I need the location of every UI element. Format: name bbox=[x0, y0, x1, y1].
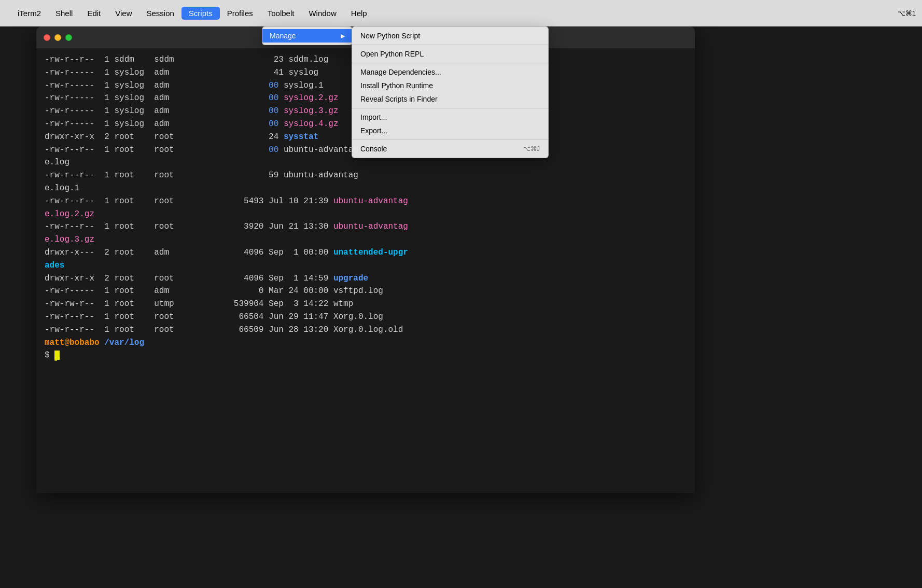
close-button[interactable] bbox=[44, 34, 50, 41]
minimize-button[interactable] bbox=[54, 34, 61, 41]
open-python-repl-item[interactable]: Open Python REPL bbox=[352, 47, 548, 61]
menubar-view[interactable]: View bbox=[108, 7, 139, 20]
manage-submenu: New Python Script Open Python REPL Manag… bbox=[352, 26, 549, 158]
term-line: -rw-r--r-- 1 root root 3920 Jun 21 13:30… bbox=[45, 220, 687, 233]
menubar-iterm2[interactable]: iTerm2 bbox=[10, 7, 48, 20]
open-python-repl-label: Open Python REPL bbox=[360, 50, 424, 58]
console-item[interactable]: Console ⌥⌘J bbox=[352, 142, 548, 156]
menubar-scripts[interactable]: Scripts bbox=[181, 7, 220, 20]
maximize-button[interactable] bbox=[65, 34, 72, 41]
prompt-symbol-line: $ ▌ bbox=[45, 349, 687, 362]
menubar-right: ⌥⌘1 bbox=[898, 9, 916, 17]
menubar-shell[interactable]: Shell bbox=[48, 7, 80, 20]
menubar-window[interactable]: Window bbox=[301, 7, 343, 20]
new-python-script-item[interactable]: New Python Script bbox=[352, 29, 548, 43]
term-line: e.log.2.gz bbox=[45, 208, 687, 221]
term-line: -rw-rw-r-- 1 root utmp 539904 Sep 3 14:2… bbox=[45, 298, 687, 311]
scripts-manage-item[interactable]: Manage ▶ bbox=[262, 29, 352, 43]
term-line: -rw-r--r-- 1 root root 66509 Jun 28 13:2… bbox=[45, 324, 687, 337]
menubar-toolbelt[interactable]: Toolbelt bbox=[260, 7, 302, 20]
term-line: ades bbox=[45, 259, 687, 272]
reveal-scripts-in-finder-item[interactable]: Reveal Scripts in Finder bbox=[352, 92, 548, 106]
manage-label: Manage bbox=[270, 32, 296, 40]
submenu-separator-2 bbox=[352, 63, 548, 63]
term-line: e.log bbox=[45, 156, 687, 169]
manage-dependencies-item[interactable]: Manage Dependencies... bbox=[352, 65, 548, 79]
term-line: e.log.1 bbox=[45, 182, 687, 195]
submenu-separator-1 bbox=[352, 45, 548, 45]
term-line: drwxr-x--- 2 root adm 4096 Sep 1 00:00 u… bbox=[45, 246, 687, 259]
import-label: Import... bbox=[360, 113, 387, 121]
term-line: -rw-r--r-- 1 root root 5493 Jul 10 21:39… bbox=[45, 195, 687, 208]
term-line: -rw-r--r-- 1 root root 66504 Jun 29 11:4… bbox=[45, 311, 687, 324]
export-label: Export... bbox=[360, 127, 387, 135]
manage-dependencies-label: Manage Dependencies... bbox=[360, 68, 441, 76]
term-line: drwxr-xr-x 2 root root 4096 Sep 1 14:59 … bbox=[45, 272, 687, 285]
shortcut-badge: ⌥⌘1 bbox=[898, 9, 916, 17]
console-shortcut: ⌥⌘J bbox=[523, 145, 540, 152]
term-line: -rw-r----- 1 root adm 0 Mar 24 00:00 vsf… bbox=[45, 285, 687, 298]
import-item[interactable]: Import... bbox=[352, 110, 548, 124]
prompt-line: matt@bobabo /var/log bbox=[45, 337, 687, 349]
term-line: -rw-r--r-- 1 root root 59 ubuntu-advanta… bbox=[45, 169, 687, 182]
term-line: e.log.3.gz bbox=[45, 233, 687, 246]
submenu-separator-3 bbox=[352, 108, 548, 108]
submenu-arrow-icon: ▶ bbox=[341, 33, 345, 39]
install-python-runtime-item[interactable]: Install Python Runtime bbox=[352, 79, 548, 92]
menubar: iTerm2 Shell Edit View Session Scripts P… bbox=[0, 0, 922, 26]
export-item[interactable]: Export... bbox=[352, 124, 548, 137]
menubar-profiles[interactable]: Profiles bbox=[220, 7, 260, 20]
scripts-dropdown-menu: Manage ▶ bbox=[262, 26, 353, 45]
new-python-script-label: New Python Script bbox=[360, 32, 420, 40]
menubar-edit[interactable]: Edit bbox=[80, 7, 108, 20]
menubar-session[interactable]: Session bbox=[139, 7, 181, 20]
install-python-runtime-label: Install Python Runtime bbox=[360, 81, 433, 90]
reveal-scripts-in-finder-label: Reveal Scripts in Finder bbox=[360, 95, 438, 103]
menubar-help[interactable]: Help bbox=[344, 7, 374, 20]
console-label: Console bbox=[360, 145, 387, 153]
submenu-separator-4 bbox=[352, 139, 548, 140]
